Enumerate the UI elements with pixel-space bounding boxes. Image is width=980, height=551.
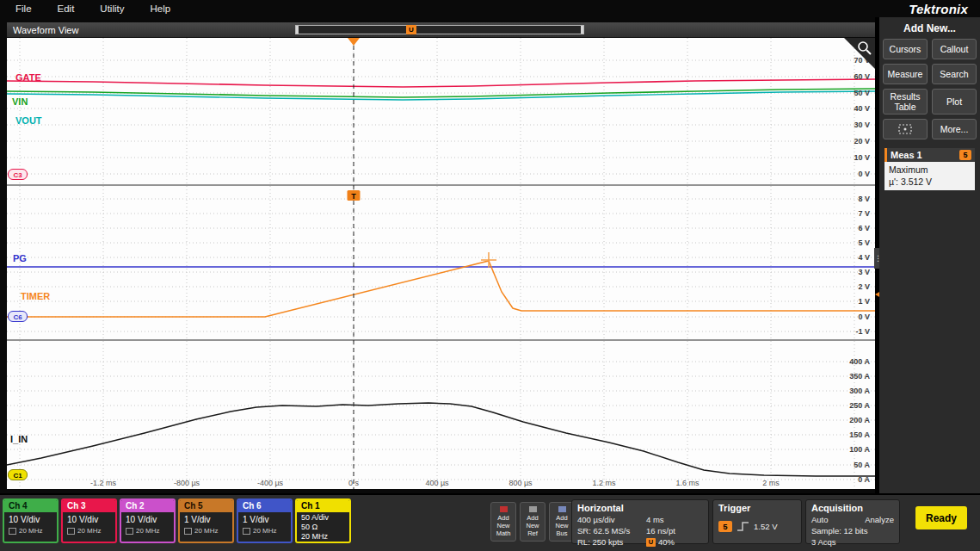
y-axis-label: 0 V: [858, 313, 870, 321]
horizontal-overview-bar[interactable]: U: [295, 25, 584, 34]
horizontal-title: Horizontal: [577, 503, 703, 513]
add-new-math-button[interactable]: Add New Math: [490, 502, 516, 542]
channel-badge-ch6[interactable]: Ch 6 1 V/div 20 MHz: [237, 498, 293, 543]
channel-scale: 10 V/div: [4, 512, 57, 524]
callout-button[interactable]: Callout: [932, 39, 977, 59]
channel-ref-tag-c6[interactable]: C6: [8, 311, 28, 322]
y-axis-label: 50 A: [854, 461, 870, 469]
measurement-badge[interactable]: Meas 1 5 Maximum µ': 3.512 V: [884, 148, 975, 190]
coupling-icon: [126, 528, 133, 535]
channel-badge-ch4[interactable]: Ch 4 10 V/div 20 MHz: [3, 498, 59, 543]
horizontal-record-duration: 4 ms: [646, 515, 664, 524]
channel-badge-ch3[interactable]: Ch 3 10 V/div 20 MHz: [61, 498, 117, 543]
acquisition-title: Acquisition: [811, 503, 894, 513]
results-table-button[interactable]: Results Table: [883, 89, 928, 115]
timer-peak-cross-marker: [481, 252, 496, 268]
y-axis-label: 20 V: [854, 137, 870, 145]
x-axis-label: -800 µs: [174, 479, 200, 487]
waveform-view-title: Waveform View: [7, 25, 78, 35]
x-axis-label: 400 µs: [425, 479, 448, 487]
add-new-ref-button[interactable]: Add New Ref: [520, 502, 545, 542]
bus-icon: [558, 506, 566, 512]
measure-button[interactable]: Measure: [883, 64, 928, 84]
add-new-strip: Add New Math Add New Ref Add New Bus: [490, 502, 575, 542]
y-axis-label: 5 V: [858, 238, 870, 247]
more-button[interactable]: More...: [932, 119, 977, 139]
user-marker[interactable]: U: [406, 25, 416, 34]
trigger-level: 1.52 V: [754, 522, 777, 531]
oscilloscope-screen: File Edit Utility Help Tektronix Wavefor…: [0, 0, 980, 551]
y-axis-label: 6 V: [858, 224, 870, 232]
settings-bar: Ch 4 10 V/div 20 MHz Ch 3 10 V/div 20 MH…: [0, 493, 980, 551]
channel-ref-tag-c3[interactable]: C3: [8, 169, 28, 180]
waveform-canvas: T: [7, 38, 875, 489]
measurement-source-badge: 5: [959, 150, 971, 160]
acquisition-settings-badge[interactable]: Acquisition Auto Analyze Sample: 12 bits…: [805, 499, 900, 544]
plot-button[interactable]: Plot: [932, 89, 977, 115]
add-new-button-grid: Cursors Callout Measure Search Results T…: [879, 39, 980, 139]
channel-badge-ch1[interactable]: Ch 1 50 A/div 50 Ω 20 MHz: [295, 498, 351, 543]
channel-bandwidth: 20 MHz: [253, 527, 277, 535]
y-axis-label: 4 V: [858, 253, 870, 262]
trace-label-iin: I_IN: [10, 434, 28, 444]
math-icon: [500, 506, 508, 512]
x-axis-label: 0 s: [348, 479, 359, 487]
tektronix-logo: Tektronix: [909, 2, 968, 16]
coupling-icon: [9, 528, 16, 535]
measurement-type: Maximum: [889, 164, 971, 176]
cursors-button[interactable]: Cursors: [883, 39, 928, 59]
y-axis-label: 400 A: [849, 357, 870, 366]
trace-label-timer: TIMER: [21, 291, 50, 301]
ready-status-button[interactable]: Ready: [915, 506, 967, 529]
menu-file[interactable]: File: [15, 3, 32, 14]
trace-label-vout: VOUT: [15, 115, 42, 126]
trigger-settings-badge[interactable]: Trigger 5 1.52 V: [712, 499, 802, 544]
y-axis-label: 350 A: [849, 372, 870, 381]
y-axis-label: 0 A: [858, 475, 870, 484]
trace-label-vin: VIN: [12, 96, 28, 107]
y-axis-label: 250 A: [849, 401, 870, 410]
trace-gate: [7, 79, 875, 87]
acquisition-analyze: Analyze: [865, 515, 894, 524]
add-new-panel: Add New... Cursors Callout Measure Searc…: [879, 17, 980, 493]
menu-help[interactable]: Help: [150, 3, 170, 14]
channel-badge-ch2[interactable]: Ch 2 10 V/div 20 MHz: [120, 498, 176, 543]
channel-scale: 1 V/div: [238, 512, 291, 524]
y-axis-label: 150 A: [849, 430, 870, 439]
horizontal-scale: 400 µs/div: [577, 515, 646, 524]
channel-scale: 10 V/div: [63, 512, 115, 524]
mask-test-icon: [897, 123, 913, 135]
zoom-magnifier-icon[interactable]: [856, 40, 873, 57]
channel-impedance: 50 Ω: [297, 522, 349, 531]
graticule-plot-area[interactable]: T 70 V 60 V 50 V 40 V 30 V 20 V 10 V 0 V…: [7, 38, 875, 489]
add-new-title: Add New...: [879, 17, 980, 39]
user-position-icon: U: [646, 538, 656, 547]
menu-bar: File Edit Utility Help Tektronix: [0, 0, 980, 17]
menu-utility[interactable]: Utility: [100, 3, 124, 14]
channel-ref-tag-c1[interactable]: C1: [8, 469, 28, 480]
menu-edit[interactable]: Edit: [58, 3, 75, 14]
measurement-value: µ': 3.512 V: [889, 176, 971, 189]
waveform-view-container: Waveform View U: [0, 17, 875, 493]
y-axis-label: -1 V: [855, 327, 870, 336]
waveform-view-tab[interactable]: Waveform View U: [7, 22, 875, 37]
y-axis-label: 2 V: [858, 282, 870, 291]
add-new-ref-label: Add New Ref: [521, 514, 545, 537]
coupling-icon: [67, 528, 75, 535]
acquisition-count: 3 Acqs: [811, 537, 836, 547]
horizontal-settings-badge[interactable]: Horizontal 400 µs/div 4 ms SR: 62.5 MS/s…: [571, 499, 709, 544]
trace-timer: [7, 261, 875, 317]
measurement-title: Meas 1: [891, 150, 922, 160]
search-button[interactable]: Search: [932, 64, 977, 84]
channel-scale: 50 A/div: [297, 512, 349, 522]
trigger-position-arrow-icon[interactable]: [348, 38, 360, 46]
y-axis-label: 3 V: [858, 268, 870, 276]
channel-badge-ch5[interactable]: Ch 5 1 V/div 20 MHz: [178, 498, 234, 543]
channel-name: Ch 4: [4, 500, 57, 512]
sample-rate: SR: 62.5 MS/s: [577, 526, 646, 536]
acquisition-mode: Auto: [811, 515, 829, 524]
y-axis-label: 60 V: [854, 72, 870, 81]
y-axis-label: 40 V: [854, 104, 870, 113]
rising-edge-icon: [737, 520, 749, 532]
mask-test-icon-button[interactable]: [883, 119, 928, 139]
